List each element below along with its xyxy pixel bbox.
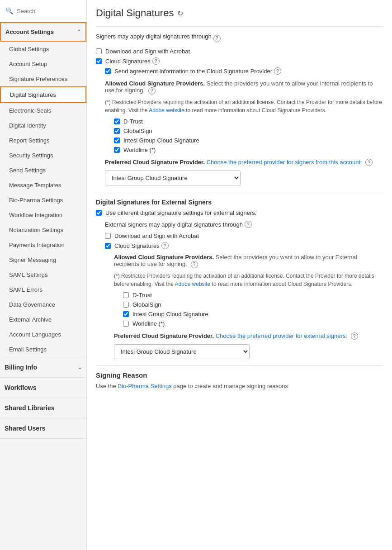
signers-section: Signers may apply digital signatures thr…: [96, 33, 383, 185]
send-agreement-label[interactable]: Send agreement information to the Cloud …: [114, 68, 272, 75]
sidebar-item-notarization-settings[interactable]: Notarization Settings: [0, 223, 86, 237]
sidebar-item-workflow-integration[interactable]: Workflow Integration: [0, 208, 86, 223]
preferred-provider-description: Preferred Cloud Signature Provider. Choo…: [105, 159, 383, 166]
ext-dtrust-checkbox[interactable]: [123, 292, 129, 298]
ext-allowed-providers-description: Allowed Cloud Signature Providers. Selec…: [114, 254, 383, 268]
download-acrobat-label[interactable]: Download and Sign with Acrobat: [105, 48, 190, 55]
shared-users-label: Shared Users: [5, 425, 45, 432]
sidebar-item-send-settings[interactable]: Send Settings: [0, 163, 86, 178]
ext-download-acrobat-row: Download and Sign with Acrobat: [105, 232, 383, 239]
preferred-text-link[interactable]: Choose the preferred provider for signer…: [207, 159, 362, 166]
sidebar-item-account-setup[interactable]: Account Setup: [0, 57, 86, 71]
globalsign-row: GlobalSign: [105, 128, 383, 134]
ext-preferred-help-icon[interactable]: ?: [351, 332, 358, 340]
preferred-provider-select[interactable]: Intesi Group Cloud Signature D-Trust Glo…: [105, 171, 241, 185]
sidebar-item-saml-errors[interactable]: SAML Errors: [0, 282, 86, 297]
cloud-signatures-checkbox[interactable]: [96, 58, 102, 64]
ext-cloud-signatures-checkbox[interactable]: [105, 243, 111, 249]
signers-help-icon[interactable]: ?: [213, 35, 221, 42]
ext-preferred-provider-block: Preferred Cloud Signature Provider. Choo…: [105, 332, 383, 360]
intesi-checkbox[interactable]: [114, 138, 120, 143]
send-agreement-checkbox[interactable]: [105, 68, 111, 74]
sidebar-item-external-archive[interactable]: External Archive: [0, 312, 86, 327]
ext-preferred-bold: Preferred Cloud Signature Provider.: [114, 332, 214, 339]
dtrust-label[interactable]: D-Trust: [123, 118, 143, 125]
sidebar-item-data-governance[interactable]: Data Governance: [0, 297, 86, 312]
ext-intesi-label[interactable]: Intesi Group Cloud Signature: [132, 311, 208, 318]
sidebar-item-digital-signatures[interactable]: Digital Signatures: [0, 86, 86, 103]
chevron-up-icon: ⌃: [77, 29, 81, 35]
cloud-signatures-label[interactable]: Cloud Signatures: [105, 58, 151, 65]
sidebar-item-signature-preferences[interactable]: Signature Preferences: [0, 71, 86, 86]
sidebar-item-saml-settings[interactable]: SAML Settings: [0, 267, 86, 282]
ext-intesi-checkbox[interactable]: [123, 311, 129, 317]
billing-info-section[interactable]: Billing Info ⌄: [0, 357, 86, 378]
sidebar-item-security-settings[interactable]: Security Settings: [0, 148, 86, 163]
ext-allowed-providers-bold: Allowed Cloud Signature Providers.: [114, 254, 214, 261]
dtrust-checkbox[interactable]: [114, 119, 120, 124]
page-title: Digital Signatures: [96, 7, 174, 19]
globalsign-checkbox[interactable]: [114, 128, 120, 134]
sidebar-item-global-settings[interactable]: Global Settings: [0, 42, 86, 57]
ext-worldline-label[interactable]: Worldline (*): [132, 320, 165, 327]
ext-download-acrobat-checkbox[interactable]: [105, 233, 111, 239]
external-section-help-icon[interactable]: ?: [245, 221, 252, 228]
sidebar-item-message-templates[interactable]: Message Templates: [0, 178, 86, 193]
search-bar[interactable]: 🔍: [0, 0, 86, 22]
use-different-label[interactable]: Use different digital signature settings…: [105, 209, 256, 216]
ext-preferred-text[interactable]: Choose the preferred provider for extern…: [216, 332, 347, 339]
shared-libraries-section[interactable]: Shared Libraries: [0, 398, 86, 418]
account-settings-header[interactable]: Account Settings ⌃: [0, 22, 86, 42]
refresh-icon[interactable]: ↻: [177, 9, 183, 18]
ext-worldline-checkbox[interactable]: [123, 321, 129, 327]
sidebar-item-bio-pharma-settings[interactable]: Bio-Pharma Settings: [0, 193, 86, 208]
sidebar-item-signer-messaging[interactable]: Signer Messaging: [0, 252, 86, 267]
external-signers-section: Digital Signatures for External Signers …: [96, 199, 383, 359]
sidebar-item-payments-integration[interactable]: Payments Integration: [0, 237, 86, 252]
sidebar-item-email-settings[interactable]: Email Settings: [0, 342, 86, 357]
chevron-down-icon: ⌄: [78, 365, 82, 370]
sidebar-item-account-languages[interactable]: Account Languages: [0, 327, 86, 342]
cloud-signatures-help-icon[interactable]: ?: [152, 57, 160, 65]
ext-allowed-providers-help-icon[interactable]: ?: [191, 261, 198, 268]
shared-libraries-label: Shared Libraries: [5, 404, 55, 412]
ext-dtrust-label[interactable]: D-Trust: [132, 292, 152, 299]
ext-globalsign-row: GlobalSign: [114, 301, 383, 308]
ext-cloud-signatures-help-icon[interactable]: ?: [161, 242, 169, 249]
bio-pharma-settings-link[interactable]: Bio-Pharma Settings: [118, 383, 171, 389]
allowed-providers-description: Allowed Cloud Signature Providers. Selec…: [105, 80, 383, 95]
allowed-providers-help-icon[interactable]: ?: [148, 87, 156, 95]
ext-preferred-description: Preferred Cloud Signature Provider. Choo…: [114, 332, 383, 340]
workflows-section[interactable]: Workflows: [0, 378, 86, 398]
sidebar-item-report-settings[interactable]: Report Settings: [0, 133, 86, 148]
shared-users-section[interactable]: Shared Users: [0, 418, 86, 439]
globalsign-label[interactable]: GlobalSign: [123, 128, 152, 134]
adobe-website-link[interactable]: Adobe website: [149, 107, 184, 114]
sidebar-item-electronic-seals[interactable]: Electronic Seals: [0, 103, 86, 118]
ext-preferred-provider-select[interactable]: Intesi Group Cloud Signature D-Trust Glo…: [114, 344, 250, 359]
nav-items-list: Global Settings Account Setup Signature …: [0, 42, 86, 357]
ext-cloud-signatures-row: Cloud Signatures ?: [105, 242, 383, 249]
send-agreement-row: Send agreement information to the Cloud …: [96, 67, 383, 75]
worldline-label[interactable]: Worldline (*): [123, 147, 156, 153]
external-divider: [96, 192, 383, 192]
ext-globalsign-checkbox[interactable]: [123, 302, 129, 308]
ext-download-acrobat-label[interactable]: Download and Sign with Acrobat: [114, 232, 199, 239]
ext-cloud-signatures-label[interactable]: Cloud Signatures: [114, 242, 160, 249]
search-icon: 🔍: [5, 7, 13, 14]
use-different-checkbox[interactable]: [96, 210, 102, 216]
preferred-help-icon[interactable]: ?: [365, 159, 373, 166]
allowed-providers-block: Allowed Cloud Signature Providers. Selec…: [96, 80, 383, 153]
account-settings-section: Account Settings ⌃ Global Settings Accou…: [0, 22, 86, 357]
ext-intesi-row: Intesi Group Cloud Signature: [114, 311, 383, 318]
send-agreement-help-icon[interactable]: ?: [274, 67, 281, 75]
search-input[interactable]: [17, 8, 81, 14]
intesi-label[interactable]: Intesi Group Cloud Signature: [123, 137, 199, 144]
sidebar-item-digital-identity[interactable]: Digital Identity: [0, 118, 86, 133]
ext-adobe-website-link[interactable]: Adobe website: [175, 281, 211, 287]
ext-globalsign-label[interactable]: GlobalSign: [132, 301, 161, 308]
worldline-checkbox[interactable]: [114, 147, 120, 153]
download-acrobat-checkbox[interactable]: [96, 48, 102, 54]
signing-reason-text-after: page to create and manage signing reason…: [173, 383, 288, 389]
cloud-signatures-row: Cloud Signatures ?: [96, 57, 383, 65]
